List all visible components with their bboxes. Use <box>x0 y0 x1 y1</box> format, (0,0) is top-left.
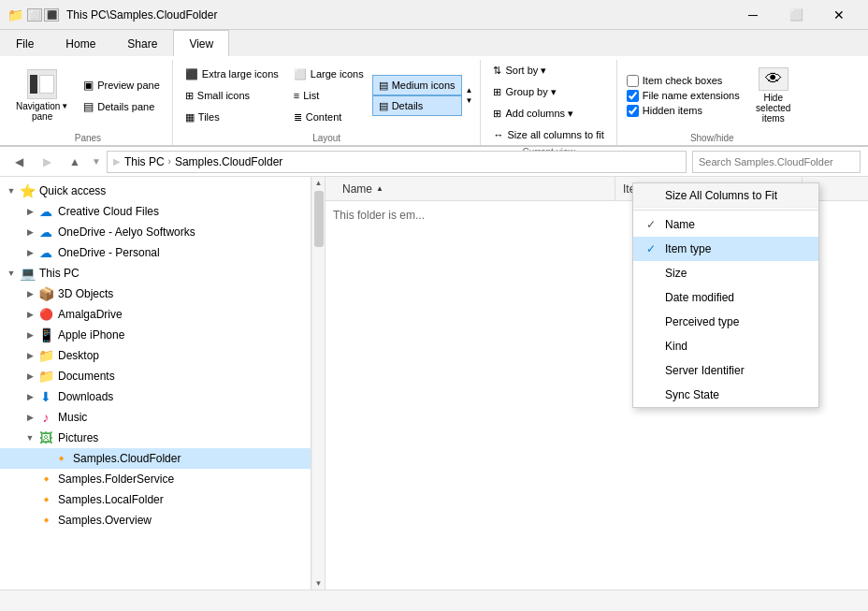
expand-music[interactable]: ▶ <box>22 413 37 422</box>
tree-item-pictures[interactable]: ▼ 🖼 Pictures <box>0 428 311 448</box>
recent-button[interactable]: ▼ <box>92 156 101 167</box>
scroll-down-arrow[interactable]: ▼ <box>315 579 323 588</box>
hidden-items-toggle[interactable]: Hidden items <box>623 104 744 118</box>
ctx-name[interactable]: ✓ Name <box>633 212 818 237</box>
tree-item-music[interactable]: ▶ ♪ Music <box>0 407 311 428</box>
samples-local-folder-label: Samples.LocalFolder <box>58 493 311 506</box>
downloads-label: Downloads <box>58 390 311 403</box>
amalga-drive-icon: 🔴 <box>37 307 54 322</box>
expand-pictures[interactable]: ▼ <box>22 433 37 443</box>
samples-overview-icon: 🔸 <box>37 513 54 528</box>
extra-large-icons-icon: ⬛ <box>185 68 198 80</box>
file-name-extensions-toggle[interactable]: File name extensions <box>623 89 744 103</box>
ctx-kind[interactable]: Kind <box>633 334 818 358</box>
large-icons-button[interactable]: ⬜ Large icons <box>287 64 370 84</box>
details-active-button[interactable]: ▤ Details <box>372 95 462 116</box>
navigation-pane-button[interactable]: Navigation ▼ pane <box>9 67 75 124</box>
ctx-perceived-type[interactable]: Perceived type <box>633 310 818 334</box>
hidden-items-checkbox[interactable] <box>627 105 639 117</box>
ctx-date-modified[interactable]: Date modified <box>633 285 818 310</box>
ctx-size[interactable]: Size <box>633 261 818 285</box>
add-columns-button[interactable]: ⊞ Add columns ▾ <box>486 103 610 124</box>
quick-access-icon[interactable]: ⬛ <box>44 8 59 22</box>
preview-pane-button[interactable]: ▣ Preview pane <box>77 75 166 95</box>
tree-item-3d-objects[interactable]: ▶ 📦 3D Objects <box>0 284 311 304</box>
search-input[interactable] <box>692 151 861 173</box>
address-folder[interactable]: Samples.CloudFolder <box>175 155 282 168</box>
file-name-extensions-checkbox[interactable] <box>627 90 639 102</box>
tab-share[interactable]: Share <box>111 30 173 56</box>
expand-onedrive-aelyo[interactable]: ▶ <box>22 227 37 237</box>
tree-item-downloads[interactable]: ▶ ⬇ Downloads <box>0 386 311 407</box>
group-by-button[interactable]: ⊞ Group by ▾ <box>486 81 610 102</box>
tree-item-onedrive-aelyo[interactable]: ▶ ☁ OneDrive - Aelyo Softworks <box>0 222 311 242</box>
ctx-size-all-columns[interactable]: Size All Columns to Fit <box>633 183 818 208</box>
status-bar <box>0 589 868 611</box>
scroll-up-arrow[interactable]: ▲ <box>315 179 323 187</box>
ctx-server-identifier[interactable]: Server Identifier <box>633 358 818 383</box>
tree-item-samples-overview[interactable]: ▶ 🔸 Samples.Overview <box>0 510 311 531</box>
address-path[interactable]: ▶ This PC › Samples.CloudFolder <box>107 151 687 173</box>
expand-creative-cloud[interactable]: ▶ <box>22 207 37 216</box>
details-pane-icon: ▤ <box>83 100 94 113</box>
navigation-pane-sublabel: pane <box>32 111 52 122</box>
tree-item-apple-iphone[interactable]: ▶ 📱 Apple iPhone <box>0 325 311 345</box>
tab-home[interactable]: Home <box>50 30 111 56</box>
tree-item-desktop[interactable]: ▶ 📁 Desktop <box>0 345 311 366</box>
minimize-icon[interactable]: ⬜ <box>27 8 42 22</box>
item-check-boxes-checkbox[interactable] <box>627 75 639 87</box>
tree-item-samples-cloud-folder[interactable]: ▶ 🔸 Samples.CloudFolder <box>0 448 311 469</box>
size-columns-button[interactable]: ↔ Size all columns to fit <box>486 124 610 145</box>
details-button[interactable]: ▤ Medium icons <box>372 75 462 95</box>
scroll-thumb[interactable] <box>314 191 324 247</box>
minimize-button[interactable]: ─ <box>731 2 774 28</box>
sort-by-button[interactable]: ⇅ Sort by ▾ <box>486 60 610 80</box>
expand-downloads[interactable]: ▶ <box>22 392 37 401</box>
tree-item-samples-folder-service[interactable]: ▶ 🔸 Samples.FolderService <box>0 469 311 489</box>
tiles-button[interactable]: ▦ Tiles <box>179 107 285 127</box>
back-button[interactable]: ◀ <box>7 151 30 173</box>
tree-item-samples-local-folder[interactable]: ▶ 🔸 Samples.LocalFolder <box>0 489 311 510</box>
up-button[interactable]: ▲ <box>64 151 86 173</box>
tree-item-amalga-drive[interactable]: ▶ 🔴 AmalgaDrive <box>0 304 311 325</box>
tab-view[interactable]: View <box>173 30 229 56</box>
tree-item-creative-cloud[interactable]: ▶ ☁ Creative Cloud Files <box>0 201 311 222</box>
address-this-pc[interactable]: This PC <box>124 155 165 168</box>
expand-onedrive-personal[interactable]: ▶ <box>22 248 37 257</box>
expand-desktop[interactable]: ▶ <box>22 351 37 360</box>
tab-file[interactable]: File <box>0 30 50 56</box>
title-text: This PC\Samples.CloudFolder <box>66 8 217 22</box>
details-pane-button[interactable]: ▤ Details pane <box>77 96 166 117</box>
list-label: List <box>303 90 319 101</box>
list-button[interactable]: ≡ List <box>287 85 370 106</box>
group-by-label: Group by ▾ <box>505 86 556 98</box>
tree-scrollbar[interactable]: ▲ ▼ <box>311 177 325 589</box>
tree-item-onedrive-personal[interactable]: ▶ ☁ OneDrive - Personal <box>0 242 311 263</box>
ctx-item-type[interactable]: ✓ Item type <box>633 237 818 261</box>
hide-selected-button[interactable]: 👁 Hide selecteditems <box>745 63 802 128</box>
restore-button[interactable]: ⬜ <box>774 2 817 28</box>
layout-label: Layout <box>179 131 475 145</box>
details-label: Medium icons <box>392 80 456 91</box>
extra-large-icons-button[interactable]: ⬛ Extra large icons <box>179 64 285 84</box>
expand-documents[interactable]: ▶ <box>22 371 37 381</box>
expand-3d-objects[interactable]: ▶ <box>22 289 37 298</box>
content-label: Content <box>306 111 342 123</box>
tree-item-documents[interactable]: ▶ 📁 Documents <box>0 366 311 386</box>
col-header-name[interactable]: Name ▲ <box>335 177 615 201</box>
tree-item-this-pc[interactable]: ▼ 💻 This PC <box>0 263 311 284</box>
forward-button[interactable]: ▶ <box>36 151 58 173</box>
expand-this-pc[interactable]: ▼ <box>4 269 19 278</box>
close-button[interactable]: ✕ <box>817 2 861 28</box>
quick-access-label: Quick access <box>39 184 311 197</box>
item-check-boxes-toggle[interactable]: Item check boxes <box>623 74 744 88</box>
expand-quick-access[interactable]: ▼ <box>4 186 19 196</box>
tree-item-quick-access[interactable]: ▼ ⭐ Quick access <box>0 181 311 201</box>
small-icons-button[interactable]: ⊞ Small icons <box>179 85 285 106</box>
expand-amalga-drive[interactable]: ▶ <box>22 310 37 319</box>
3d-objects-icon: 📦 <box>37 286 54 301</box>
hide-selected-icon: 👁 <box>759 67 788 91</box>
ctx-sync-state[interactable]: Sync State <box>633 383 818 407</box>
expand-apple-iphone[interactable]: ▶ <box>22 330 37 340</box>
content-button[interactable]: ≣ Content <box>287 107 370 127</box>
